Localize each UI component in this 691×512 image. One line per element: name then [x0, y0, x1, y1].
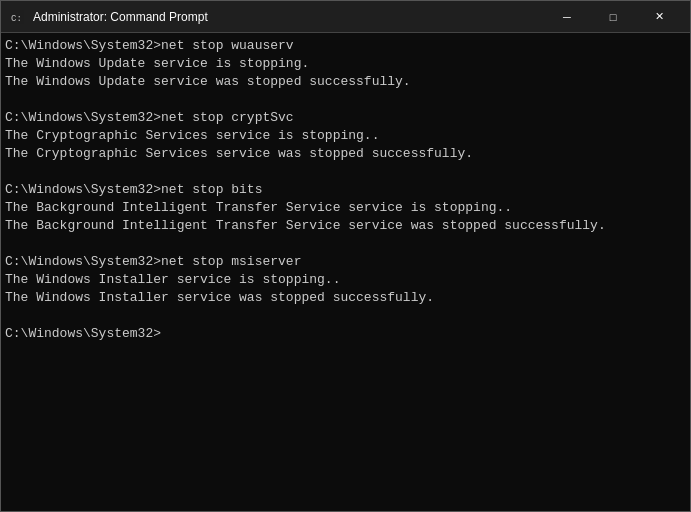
maximize-button[interactable]: □ — [590, 1, 636, 33]
window-title: Administrator: Command Prompt — [33, 10, 544, 24]
terminal-line: C:\Windows\System32> — [5, 325, 686, 343]
terminal-line: The Background Intelligent Transfer Serv… — [5, 217, 686, 235]
cmd-window: C: Administrator: Command Prompt ─ □ ✕ C… — [0, 0, 691, 512]
terminal-line: The Cryptographic Services service was s… — [5, 145, 686, 163]
titlebar: C: Administrator: Command Prompt ─ □ ✕ — [1, 1, 690, 33]
terminal-output[interactable]: C:\Windows\System32>net stop wuauservThe… — [1, 33, 690, 511]
svg-text:C:: C: — [11, 14, 22, 24]
terminal-line: The Windows Update service was stopped s… — [5, 73, 686, 91]
terminal-line: C:\Windows\System32>net stop bits — [5, 181, 686, 199]
terminal-line — [5, 163, 686, 181]
terminal-line: The Windows Installer service is stoppin… — [5, 271, 686, 289]
terminal-line: The Windows Update service is stopping. — [5, 55, 686, 73]
terminal-line: C:\Windows\System32>net stop cryptSvc — [5, 109, 686, 127]
terminal-line: C:\Windows\System32>net stop msiserver — [5, 253, 686, 271]
terminal-line: The Cryptographic Services service is st… — [5, 127, 686, 145]
close-button[interactable]: ✕ — [636, 1, 682, 33]
terminal-line: The Background Intelligent Transfer Serv… — [5, 199, 686, 217]
terminal-line — [5, 91, 686, 109]
terminal-line — [5, 235, 686, 253]
minimize-button[interactable]: ─ — [544, 1, 590, 33]
cmd-icon: C: — [9, 9, 25, 25]
terminal-line: The Windows Installer service was stoppe… — [5, 289, 686, 307]
window-controls: ─ □ ✕ — [544, 1, 682, 33]
terminal-line: C:\Windows\System32>net stop wuauserv — [5, 37, 686, 55]
terminal-line — [5, 307, 686, 325]
